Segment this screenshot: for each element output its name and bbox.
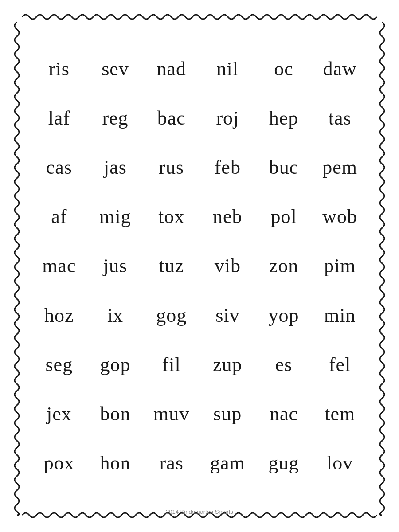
word-cell: ris xyxy=(31,44,87,94)
word-cell: wob xyxy=(312,192,368,241)
word-cell: mig xyxy=(87,192,144,241)
word-cell: muv xyxy=(143,389,200,438)
word-cell: yop xyxy=(256,291,312,340)
word-cell: pem xyxy=(312,143,368,192)
word-cell: vib xyxy=(200,241,256,290)
word-cell: sup xyxy=(200,389,256,438)
word-cell: lov xyxy=(312,438,368,488)
word-cell: pol xyxy=(256,192,312,241)
word-cell: min xyxy=(312,291,368,340)
word-cell: siv xyxy=(200,291,256,340)
word-cell: bon xyxy=(87,389,144,438)
word-cell: nac xyxy=(256,389,312,438)
word-cell: oc xyxy=(256,44,312,94)
page: rissevnadnilocdawlafregbacrojheptascasja… xyxy=(9,9,390,523)
word-cell: zon xyxy=(256,241,312,290)
word-cell: jus xyxy=(87,241,144,290)
word-cell: es xyxy=(256,340,312,389)
word-cell: mac xyxy=(31,241,87,290)
word-cell: reg xyxy=(87,94,144,143)
word-cell: neb xyxy=(200,192,256,241)
word-cell: seg xyxy=(31,340,87,389)
word-cell: hoz xyxy=(31,291,87,340)
word-cell: tem xyxy=(312,389,368,438)
word-cell: af xyxy=(31,192,87,241)
word-cell: feb xyxy=(200,143,256,192)
word-cell: hep xyxy=(256,94,312,143)
word-cell: roj xyxy=(200,94,256,143)
word-cell: cas xyxy=(31,143,87,192)
word-cell: sev xyxy=(87,44,144,94)
word-cell: fel xyxy=(312,340,368,389)
word-cell: pox xyxy=(31,438,87,488)
word-cell: nil xyxy=(200,44,256,94)
word-cell: gop xyxy=(87,340,144,389)
word-cell: buc xyxy=(256,143,312,192)
word-cell: bac xyxy=(143,94,200,143)
word-cell: ras xyxy=(143,438,200,488)
copyright-text: 2014 Kindergarten Smarts xyxy=(166,509,233,515)
word-cell: zup xyxy=(200,340,256,389)
word-cell: gug xyxy=(256,438,312,488)
word-grid: rissevnadnilocdawlafregbacrojheptascasja… xyxy=(27,35,372,497)
word-cell: fil xyxy=(143,340,200,389)
word-cell: tuz xyxy=(143,241,200,290)
word-cell: hon xyxy=(87,438,144,488)
word-cell: rus xyxy=(143,143,200,192)
word-cell: tas xyxy=(312,94,368,143)
word-cell: gog xyxy=(143,291,200,340)
word-cell: jex xyxy=(31,389,87,438)
word-cell: tox xyxy=(143,192,200,241)
word-cell: nad xyxy=(143,44,200,94)
word-cell: jas xyxy=(87,143,144,192)
word-cell: laf xyxy=(31,94,87,143)
word-cell: daw xyxy=(312,44,368,94)
word-cell: pim xyxy=(312,241,368,290)
word-cell: gam xyxy=(200,438,256,488)
word-cell: ix xyxy=(87,291,144,340)
